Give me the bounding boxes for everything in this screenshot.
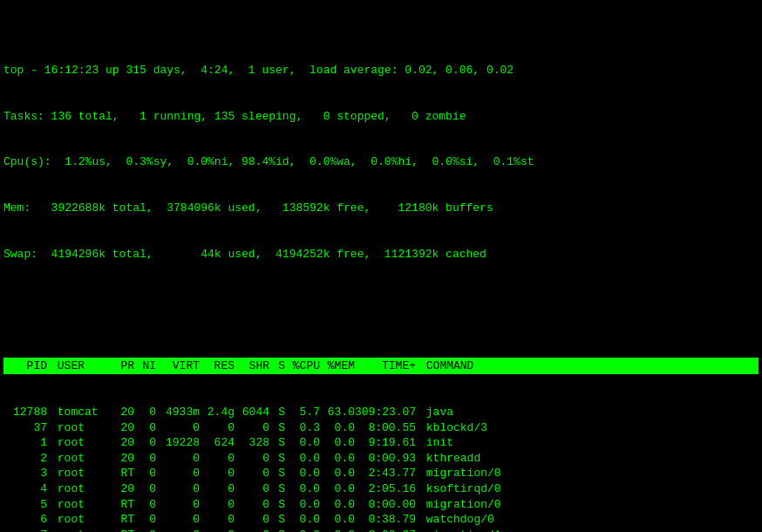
table-row: 2 root200000 S0.00.00:00.93 kthreadd (3, 451, 759, 467)
header-line1: top - 16:12:23 up 315 days, 4:24, 1 user… (3, 63, 759, 78)
header-line5: Swap: 4194296k total, 44k used, 4194252k… (3, 247, 759, 263)
header-line4: Mem: 3922688k total, 3784096k used, 1385… (3, 201, 759, 216)
terminal: top - 16:12:23 up 315 days, 4:24, 1 user… (0, 0, 762, 532)
table-row: 7 rootRT0000 S0.00.03:09.97 migration/1 (3, 528, 759, 532)
table-row: 37 root200000 S0.30.08:00.55 kblockd/3 (3, 420, 759, 436)
header-section: top - 16:12:23 up 315 days, 4:24, 1 user… (3, 32, 759, 326)
table-row: 6 rootRT0000 S0.00.00:38.79 watchdog/0 (3, 512, 759, 528)
table-row: 4 root200000 S0.00.02:05.16 ksoftirqd/0 (3, 481, 759, 497)
table-row: 1 root20019228624328 S0.00.09:19.61 init (3, 435, 759, 451)
column-headers: PID USERPRNIVIRTRESSHR S%CPU%MEMTIME+ CO… (3, 358, 759, 375)
header-line2: Tasks: 136 total, 1 running, 135 sleepin… (3, 109, 759, 125)
table-row: 3 rootRT0000 S0.00.02:43.77 migration/0 (3, 466, 759, 481)
header-line3: Cpu(s): 1.2%us, 0.3%sy, 0.0%ni, 98.4%id,… (3, 154, 759, 170)
table-row: 12788 tomcat2004933m2.4g6044 S5.763.0309… (3, 405, 759, 420)
table-row: 5 rootRT0000 S0.00.00:00.00 migration/0 (3, 497, 759, 513)
process-list: 12788 tomcat2004933m2.4g6044 S5.763.0309… (3, 405, 759, 532)
